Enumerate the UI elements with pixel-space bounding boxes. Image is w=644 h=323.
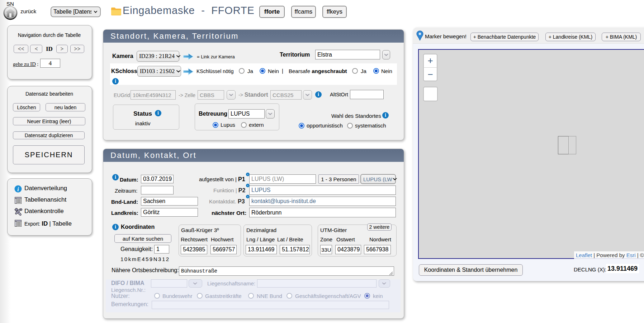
svg-text:i: i (17, 186, 19, 192)
